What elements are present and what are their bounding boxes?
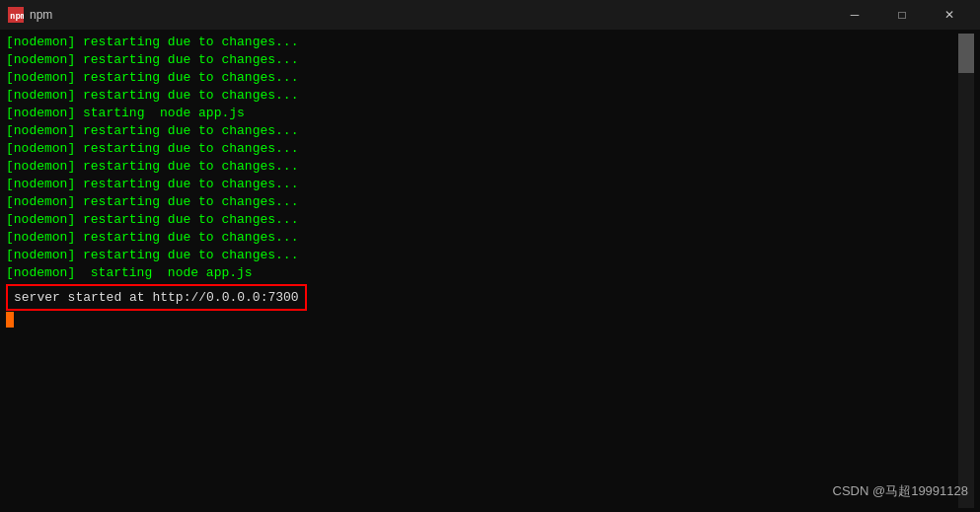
terminal-body: [nodemon] restarting due to changes...[n… [0, 30, 980, 512]
log-lines: [nodemon] restarting due to changes...[n… [6, 34, 974, 282]
log-line: [nodemon] restarting due to changes... [6, 34, 958, 51]
terminal-content: [nodemon] restarting due to changes...[n… [6, 34, 974, 508]
log-line: [nodemon] restarting due to changes... [6, 229, 958, 247]
scrollbar[interactable] [958, 34, 974, 508]
log-line: [nodemon] restarting due to changes... [6, 122, 958, 140]
cursor-line [6, 311, 974, 329]
log-line: [nodemon] restarting due to changes... [6, 140, 958, 158]
log-line: [nodemon] restarting due to changes... [6, 176, 958, 193]
cursor [6, 312, 14, 328]
title-bar-left: npm npm [8, 7, 52, 23]
npm-icon: npm [8, 7, 24, 23]
server-started-text: server started at http://0.0.0.0:7300 [14, 290, 299, 305]
log-line: [nodemon] restarting due to changes... [6, 211, 958, 229]
server-started-box: server started at http://0.0.0.0:7300 [6, 284, 307, 311]
close-button[interactable]: ✕ [927, 0, 972, 30]
svg-text:npm: npm [10, 11, 24, 21]
maximize-button[interactable]: □ [879, 0, 925, 30]
log-line: [nodemon] restarting due to changes... [6, 193, 958, 211]
scrollbar-thumb[interactable] [958, 34, 974, 73]
log-line: [nodemon] restarting due to changes... [6, 51, 958, 69]
minimize-button[interactable]: ─ [832, 0, 877, 30]
watermark: CSDN @马超19991128 [833, 482, 968, 500]
log-line: [nodemon] restarting due to changes... [6, 247, 958, 264]
log-line: [nodemon] restarting due to changes... [6, 69, 958, 87]
log-line: [nodemon] starting node app.js [6, 105, 958, 122]
log-line-partial: [nodemon] starting node app.js [6, 264, 958, 282]
log-line: [nodemon] restarting due to changes... [6, 87, 958, 105]
title-bar: npm npm ─ □ ✕ [0, 0, 980, 30]
window-controls: ─ □ ✕ [832, 0, 972, 30]
terminal-window: npm npm ─ □ ✕ [nodemon] restarting due t… [0, 0, 980, 512]
log-line: [nodemon] restarting due to changes... [6, 158, 958, 176]
window-title: npm [30, 8, 52, 22]
